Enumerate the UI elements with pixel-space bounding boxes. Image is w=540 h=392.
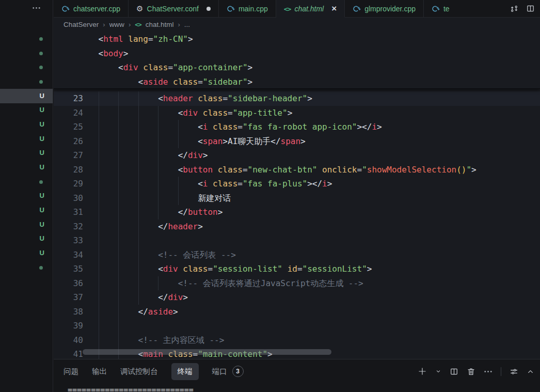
tab-main.cpp[interactable]: main.cpp <box>219 0 276 18</box>
explorer-row[interactable]: U <box>0 246 53 260</box>
explorer-row[interactable]: U <box>0 231 53 246</box>
tab-chatserver.cpp[interactable]: chatserver.cpp <box>54 0 129 18</box>
breadcrumb-separator-icon: › <box>129 21 131 28</box>
explorer-row[interactable]: U <box>0 146 53 160</box>
explorer-row[interactable]: U <box>0 132 53 146</box>
sticky-scroll: <html lang="zh-CN"><body><div class="app… <box>54 32 540 89</box>
sticky-line: <aside class="sidebar"> <box>54 75 540 89</box>
explorer-row[interactable] <box>0 46 53 60</box>
explorer-row[interactable]: U <box>0 160 53 175</box>
panel-tab-调试控制台[interactable]: 调试控制台 <box>120 363 158 380</box>
untracked-badge: U <box>40 146 44 160</box>
split-editor-icon[interactable] <box>526 4 535 13</box>
code-line-37: 37</div> <box>54 290 540 305</box>
cpp-file-icon <box>353 5 361 13</box>
explorer-row[interactable] <box>0 32 53 46</box>
tab-strip: chatserver.cpp⚙ChatServer.confmain.cpp<>… <box>54 0 455 18</box>
terminal-configure-icon[interactable] <box>510 367 518 376</box>
split-terminal-icon[interactable] <box>450 367 458 376</box>
explorer-row[interactable]: U <box>0 89 53 103</box>
untracked-badge: U <box>40 231 44 246</box>
tab-chat.html[interactable]: <>chat.html× <box>276 0 345 18</box>
breadcrumb: ChatServer›www›<>chat.html›... <box>54 18 540 32</box>
sticky-line: <div class="app-container"> <box>54 60 540 75</box>
explorer-row[interactable]: U <box>0 217 53 232</box>
untracked-badge: U <box>40 217 44 232</box>
html-file-icon: <> <box>135 21 141 28</box>
html-file-icon: <> <box>284 5 291 13</box>
code-line-25: 25<i class="fas fa-robot app-icon"></i> <box>54 120 540 134</box>
tab-ChatServer.conf[interactable]: ⚙ChatServer.conf <box>129 0 219 18</box>
explorer-row[interactable] <box>0 260 53 275</box>
explorer-row[interactable] <box>0 175 53 189</box>
sticky-line: <body> <box>54 46 540 61</box>
terminal-more-actions-icon[interactable] <box>484 367 493 376</box>
indent-guide <box>118 319 119 333</box>
terminal-output-line: =========================== <box>68 385 194 392</box>
breadcrumb-item[interactable]: www <box>109 21 124 28</box>
code-line-40: 40<!-- 主内容区域 --> <box>54 333 540 348</box>
tab-label: chat.html <box>294 5 324 13</box>
editor-actions <box>455 0 540 18</box>
tab-label: main.cpp <box>239 5 268 13</box>
explorer-row[interactable] <box>0 60 53 74</box>
untracked-badge: U <box>40 89 44 103</box>
code-line-27: 27</div> <box>54 148 540 163</box>
explorer-row[interactable]: U <box>0 103 53 117</box>
breadcrumb-separator-icon: › <box>178 21 180 28</box>
breadcrumb-item[interactable]: chat.html <box>146 21 174 28</box>
dirty-indicator-icon[interactable] <box>207 7 211 11</box>
code-line-24: 24<div class="app-title"> <box>54 106 540 120</box>
sticky-line: <html lang="zh-CN"> <box>54 32 540 46</box>
breadcrumb-item[interactable]: ... <box>184 21 190 28</box>
folder-modified-dot-badge <box>39 266 43 270</box>
panel-tab-输出[interactable]: 输出 <box>92 363 107 380</box>
breadcrumb-item[interactable]: ChatServer <box>63 21 99 28</box>
divider <box>501 367 501 376</box>
explorer-header <box>0 0 53 15</box>
cpp-file-icon <box>227 5 235 13</box>
panel-tab-端口[interactable]: 端口3 <box>212 362 244 381</box>
close-tab-icon[interactable]: × <box>331 4 337 13</box>
code-line-33: 33 <box>54 233 540 248</box>
explorer-row[interactable]: U <box>0 117 53 132</box>
editor-tab-bar: chatserver.cpp⚙ChatServer.confmain.cpp<>… <box>54 0 540 18</box>
ports-count-badge: 3 <box>232 366 244 377</box>
tab-label: chatserver.cpp <box>73 5 120 13</box>
panel-actions <box>418 363 534 380</box>
folder-modified-dot-badge <box>39 80 43 84</box>
code-line-29: 29<i class="fas fa-plus"></i> <box>54 177 540 191</box>
new-terminal-icon[interactable] <box>418 367 427 376</box>
panel-tab-终端[interactable]: 终端 <box>171 363 199 380</box>
folder-modified-dot-badge <box>39 37 43 41</box>
indent-guide <box>138 233 139 248</box>
tab-glmprovider.cpp[interactable]: glmprovider.cpp <box>345 0 424 18</box>
code-line-32: 32</header> <box>54 219 540 234</box>
code-line-36: 36<!-- 会话列表将通过JavaScript动态生成 --> <box>54 276 540 291</box>
panel-tab-问题[interactable]: 问题 <box>63 363 78 380</box>
terminal-profiles-icon[interactable] <box>435 368 441 374</box>
code-line-34: 34<!-- 会话列表 --> <box>54 248 540 262</box>
tab-te[interactable]: te <box>424 0 455 18</box>
bottom-panel: 问题输出调试控制台终端端口3 =========================… <box>54 359 540 392</box>
code-line-38: 38</aside> <box>54 305 540 319</box>
untracked-badge: U <box>40 160 44 175</box>
explorer-row[interactable] <box>0 74 53 89</box>
tab-label: ChatServer.conf <box>147 5 199 13</box>
code-line-23: 23<header class="sidebar-header"> <box>54 91 540 106</box>
more-actions-icon[interactable] <box>32 4 41 12</box>
untracked-badge: U <box>40 117 44 132</box>
panel-tab-bar: 问题输出调试控制台终端端口3 <box>63 359 244 383</box>
horizontal-scrollbar-thumb[interactable] <box>83 349 331 355</box>
explorer-row[interactable]: U <box>0 189 53 203</box>
explorer-row[interactable]: U <box>0 203 53 217</box>
code-line-30: 30新建对话 <box>54 191 540 206</box>
cpp-file-icon <box>432 5 440 13</box>
code-editor[interactable]: 23<header class="sidebar-header">24<div … <box>54 32 540 359</box>
tab-label: glmprovider.cpp <box>364 5 416 13</box>
maximize-panel-icon[interactable] <box>527 368 534 375</box>
tab-label: te <box>443 5 450 13</box>
kill-terminal-icon[interactable] <box>467 367 475 376</box>
untracked-badge: U <box>40 203 44 217</box>
open-changes-icon[interactable] <box>510 5 518 13</box>
